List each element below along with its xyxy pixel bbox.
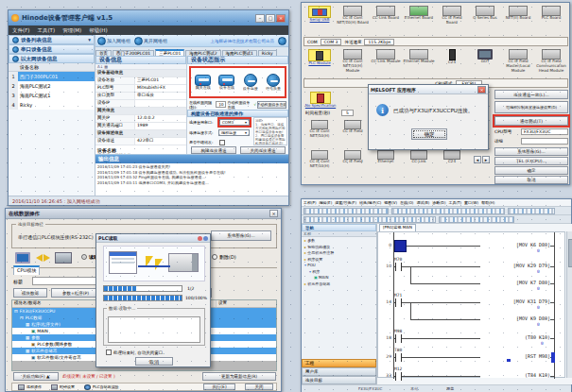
menu-manage[interactable]: 管理(M) (62, 27, 81, 34)
plc-if-ccie-cont-module[interactable]: CC IE Cont NET/10(H) Module (337, 49, 369, 73)
read-status-listbox[interactable] (108, 316, 200, 343)
leave-network-button[interactable]: 离开网络组 (134, 37, 167, 45)
plc-if-ccie-field-head[interactable]: CC IE Field Communication Head Module (535, 49, 567, 73)
menu-diagnostics[interactable]: 诊断(D) (432, 200, 445, 205)
toolbar-icons[interactable] (303, 216, 436, 223)
toolbar-icons[interactable] (439, 216, 514, 223)
project-tree[interactable]: ▸ 参数 ▸ 智能功能模块 ▸ 全局软元件注释 ▸ 程序设置 ▾ POU ▾ 程… (302, 237, 376, 287)
coexist-ccie-field[interactable]: CC IE Field (337, 150, 369, 164)
menu-view[interactable]: 视图(V) (384, 200, 397, 205)
scroll-right-icon[interactable]: ▸ (482, 156, 490, 163)
property-category[interactable]: 网关信息 (95, 108, 186, 115)
close-icon[interactable] (198, 236, 202, 241)
close-button[interactable]: × (276, 14, 286, 23)
contact[interactable] (395, 263, 402, 271)
sidebar-section-serial[interactable]: 串口设备信息 (9, 44, 95, 54)
network-ccie-field[interactable]: CC IE Field (337, 120, 369, 134)
auto-close-checkbox[interactable]: 处理结束时, 自动关闭窗口。 (106, 349, 167, 355)
edit-cursor[interactable] (394, 240, 407, 252)
plc-if-ccie-field-master[interactable]: CC IE Field Master/Local Module (502, 49, 534, 73)
cancel-button[interactable]: 取消 (494, 176, 568, 184)
related-functions-button[interactable]: 关联功能(F) ▲ (13, 372, 59, 381)
scrollbar-thumb[interactable] (568, 239, 572, 267)
menu-tool[interactable]: 工具(T) (448, 200, 461, 205)
coexist-ccie-cont[interactable]: CC IE Cont NET/10(H) (303, 150, 336, 169)
time-check-input[interactable]: 5 (341, 110, 354, 116)
menu-help[interactable]: 帮助(H) (481, 200, 494, 205)
property-row[interactable]: 设备IP (95, 100, 186, 108)
property-row[interactable]: 网关通讯端口1989 (95, 123, 186, 130)
serial-port-select[interactable]: COM3 ▾ (219, 119, 250, 126)
coexist-ethernet[interactable]: Ethernet (370, 150, 402, 164)
pc-if-cclink-board[interactable]: CC-Link Board (370, 6, 402, 21)
clock-setting-button[interactable]: 时钟设置 (51, 384, 75, 390)
coexist-cclink[interactable]: CC-Link (403, 150, 435, 164)
contact[interactable] (395, 353, 402, 362)
menu-convert[interactable]: 转换/编译(C) (359, 200, 381, 205)
pc-if-plc-board[interactable]: PLC Board (535, 6, 567, 21)
menu-debug[interactable]: 调试(B) (416, 200, 429, 205)
channel-list-button[interactable]: 连接通道一览(L)... (494, 90, 568, 99)
join-network-button[interactable]: 加入网络组 (97, 37, 130, 45)
pc-if-ccie-field-board[interactable]: CC IE Field Board (436, 6, 468, 26)
melsoft-titlebar[interactable]: MELSOFT 应用程序 × (369, 85, 488, 94)
tel-button[interactable]: TEL (FXCPU)... (494, 157, 568, 165)
gx-toolbar-row2[interactable] (302, 215, 571, 224)
tab-mitsubishi[interactable]: 三菱PLC01 (155, 49, 184, 56)
ladder-canvas[interactable]: 0 [MOV K6 D80] 0 10 M70 [MOV K29 D79] 0 … (377, 231, 565, 378)
plc-if-cclink-module[interactable]: CC-Link Module (370, 49, 402, 64)
pc-if-serial-usb[interactable]: Serial USB (303, 6, 336, 23)
hinode-titlebar[interactable]: Hinode设备管理客户端 v1.5 – □ × (9, 10, 288, 26)
sidebar-section-ethernet[interactable]: 以太网设备信息 (9, 54, 95, 63)
contact[interactable] (395, 334, 402, 343)
menu-help[interactable]: 帮助(H) (89, 27, 107, 34)
ok-button[interactable]: 确定 (494, 166, 568, 175)
gx-toolbar-row1[interactable] (302, 207, 571, 215)
timer-coil[interactable]: (T84 K10) (480, 372, 550, 378)
menu-window[interactable]: 窗口(W) (464, 200, 478, 205)
plc-if-got[interactable]: GOT (469, 49, 501, 64)
scroll-left-icon[interactable]: ◂ (474, 156, 481, 163)
interval-input[interactable]: 10 (216, 101, 226, 108)
connect-mode-select[interactable]: 编程连接 ▾ (218, 129, 250, 136)
cancel-button[interactable]: 取消 (135, 357, 173, 366)
execute-button[interactable]: 执行(E) (203, 383, 235, 390)
plc-read-titlebar[interactable]: PLC读取 (96, 234, 210, 243)
direct-connection-button[interactable]: 可编程控制器直接连接设置(D) (494, 101, 568, 113)
instruction[interactable]: [MOV K29 D79] (480, 263, 550, 268)
comm-test-button[interactable]: 通信测试(T) (494, 116, 568, 126)
output-log[interactable]: 2016/11/09 17:01:23 设备连接通道关闭! 2016/11/09… (95, 163, 288, 186)
build-channel-button[interactable]: 构建连接通道 (191, 146, 236, 154)
minimize-button[interactable]: – (255, 14, 265, 23)
maximize-button[interactable]: □ (266, 14, 275, 23)
pc-if-ethernet-board[interactable]: Ethernet Board (403, 6, 435, 21)
menu-file[interactable]: 文件(F) (12, 27, 29, 34)
system-image-button[interactable]: 系统图像(G)... (211, 230, 271, 241)
contact[interactable] (395, 372, 402, 381)
contact[interactable] (395, 298, 402, 307)
pc-if-net2-board[interactable]: NET(II) Board (502, 6, 534, 21)
device-row-2[interactable]: 2 海南PLC测试2 (9, 81, 95, 91)
instruction[interactable]: [MOV K6 D80] (480, 242, 550, 247)
menu-project[interactable]: 工程(P) (303, 200, 317, 205)
online-titlebar[interactable]: 在线数据操作 × (6, 209, 281, 219)
property-category[interactable]: 设备描述信息 (95, 130, 186, 138)
plc-if-ethernet-module[interactable]: Ethernet Module (403, 49, 435, 64)
close-channel-button[interactable]: 关闭连接通道 (240, 146, 286, 154)
com-port-value[interactable]: COM 3 (321, 39, 342, 45)
pc-if-ccie-cont-board[interactable]: CC IE Cont NET/10(H) Board (337, 6, 369, 26)
nav-button-project[interactable]: 工程 (302, 359, 376, 367)
close-icon[interactable]: × (269, 210, 278, 217)
nav-button-userlib[interactable]: 用户库 (302, 367, 376, 376)
instruction[interactable]: [MOV K9 D80] (480, 315, 550, 321)
nav-button-connection[interactable]: 连接目标 (302, 376, 376, 384)
device-row-4[interactable]: 4 Ricky (9, 100, 95, 110)
network-ccie-cont[interactable]: CC IE Cont NET/10(H) (303, 120, 336, 139)
pc-if-qseries-bus[interactable]: Q Series Bus (469, 6, 501, 21)
relay-checkbox[interactable] (219, 140, 225, 145)
property-row[interactable]: 网关IP12.0.0.2 (95, 115, 186, 123)
plc-if-c24[interactable]: C24 (436, 49, 468, 65)
minimize-icon[interactable] (203, 236, 208, 241)
property-row[interactable]: PLC型号Mitsubishi-FX (95, 85, 186, 93)
radio-delete[interactable]: 删除(D) (212, 254, 236, 260)
